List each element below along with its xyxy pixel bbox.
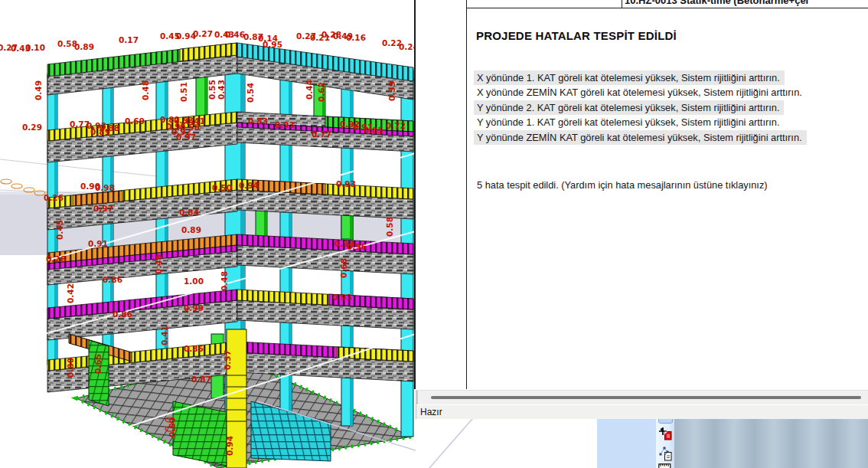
- error-message[interactable]: Y yönünde 2. KAT göreli kat ötelemesi yü…: [474, 100, 784, 115]
- side-panel: [597, 419, 656, 468]
- toolbar-button-partial[interactable]: [658, 419, 673, 424]
- report-table-header-cell: 10.HZ-0013 Statik-time (Betonarme+çel: [625, 0, 868, 8]
- background-canvas: [416, 419, 597, 468]
- report-header-partial-text: 10.HZ-0013 Statik-time (Betonarme+çel: [625, 0, 808, 6]
- error-message[interactable]: Y yönünde ZEMİN KAT göreli kat ötelemesi…: [474, 130, 807, 145]
- report-page-border: [466, 0, 467, 389]
- horizontal-scrollbar[interactable]: [416, 390, 868, 404]
- error-message[interactable]: X yönünde ZEMİN KAT göreli kat ötelemesi…: [474, 85, 807, 100]
- building-model-svg: [0, 0, 416, 468]
- ruler-report-icon[interactable]: [658, 463, 672, 468]
- scrollbar-thumb[interactable]: [431, 396, 861, 399]
- error-message[interactable]: Y yönünde 1. KAT göreli kat ötelemesi yü…: [474, 115, 784, 129]
- vertical-toolbar: [656, 419, 674, 468]
- error-message[interactable]: X yönünde 1. KAT göreli kat ötelemesi yü…: [474, 70, 785, 85]
- status-text: Hazır: [420, 407, 442, 417]
- measure-path-report-icon[interactable]: [658, 446, 672, 461]
- report-title: PROJEDE HATALAR TESPİT EDİLDİ: [476, 29, 677, 42]
- error-list: X yönünde 1. KAT göreli kat ötelemesi yü…: [474, 70, 807, 145]
- insert-node-report-icon[interactable]: [658, 425, 672, 440]
- status-bar: Hazır: [416, 404, 868, 419]
- axis-line-faint: [429, 419, 472, 468]
- workspace-area: [674, 419, 868, 468]
- error-report-window: 10.HZ-0013 Statik-time (Betonarme+çel PR…: [416, 0, 868, 419]
- report-table-divider: [622, 0, 622, 8]
- report-table-line: [466, 8, 868, 8]
- error-summary: 5 hata tespit edildi. (Yardım için hata …: [477, 179, 768, 191]
- 3d-model-viewport[interactable]: 0.270.430.100.580.890.170.450.940.270.43…: [0, 0, 416, 468]
